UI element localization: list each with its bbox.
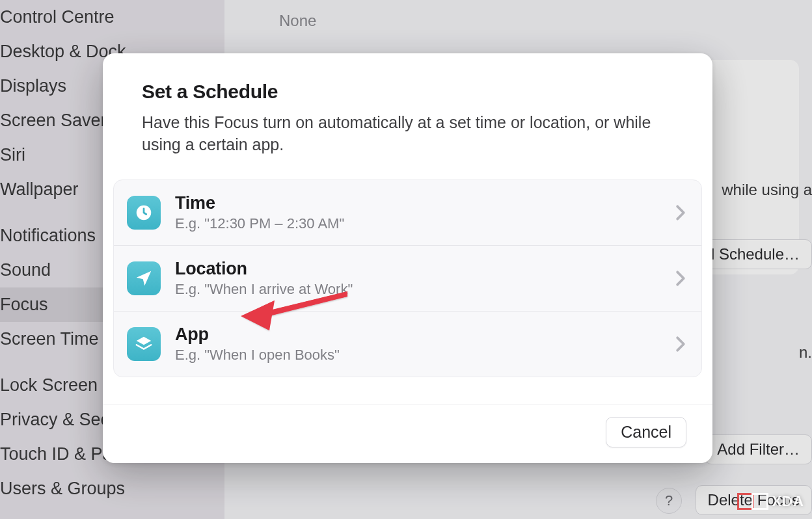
cancel-button[interactable]: Cancel xyxy=(606,417,686,447)
location-arrow-icon xyxy=(127,261,161,295)
watermark-box-icon xyxy=(751,493,768,510)
option-time-title: Time xyxy=(175,193,675,213)
schedule-option-list: Time E.g. "12:30 PM – 2:30 AM" Location … xyxy=(113,180,702,377)
option-app[interactable]: App E.g. "When I open Books" xyxy=(114,311,701,377)
clock-icon xyxy=(127,196,161,230)
option-location-title: Location xyxy=(175,259,675,279)
option-location-subtitle: E.g. "When I arrive at Work" xyxy=(175,281,675,298)
option-app-title: App xyxy=(175,325,675,345)
set-schedule-modal: Set a Schedule Have this Focus turn on a… xyxy=(103,53,712,463)
chevron-right-icon xyxy=(675,204,686,221)
stack-icon xyxy=(127,327,161,361)
chevron-right-icon xyxy=(675,336,686,353)
option-time-subtitle: E.g. "12:30 PM – 2:30 AM" xyxy=(175,215,675,232)
modal-title: Set a Schedule xyxy=(142,81,673,103)
chevron-right-icon xyxy=(675,270,686,287)
option-location[interactable]: Location E.g. "When I arrive at Work" xyxy=(114,245,701,311)
xda-watermark: XDA xyxy=(737,493,804,510)
modal-description: Have this Focus turn on automatically at… xyxy=(142,112,673,156)
option-time[interactable]: Time E.g. "12:30 PM – 2:30 AM" xyxy=(114,180,701,245)
watermark-text: XDA xyxy=(772,493,804,510)
option-app-subtitle: E.g. "When I open Books" xyxy=(175,347,675,364)
